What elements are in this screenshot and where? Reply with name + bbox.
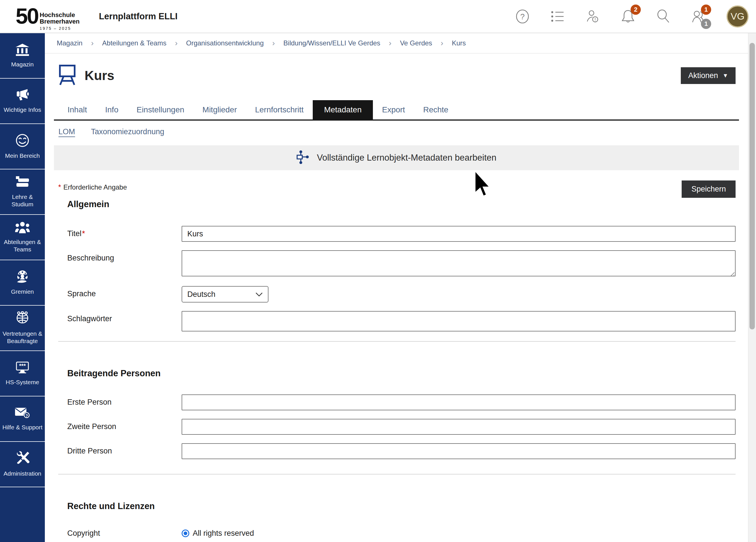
tab-einstellungen[interactable]: Einstellungen <box>127 100 193 119</box>
required-asterisk: * <box>82 229 85 238</box>
tab-rechte[interactable]: Rechte <box>414 100 457 119</box>
sidebar-item-label: Lehre & Studium <box>1 193 44 208</box>
sidebar-item-gremien[interactable]: Gremien <box>0 260 45 306</box>
smiley-icon <box>15 133 30 149</box>
section-heading-rechte: Rechte und Lizenzen <box>67 501 739 511</box>
scrollbar-thumb[interactable] <box>749 43 755 329</box>
svg-text:?: ? <box>25 413 28 418</box>
sidebar-item-vertretungen[interactable]: Vertretungen & Beauftragte <box>0 306 45 351</box>
erste-person-input[interactable] <box>182 394 736 410</box>
sidebar-item-label: HS-Systeme <box>6 379 39 386</box>
beschreibung-textarea[interactable] <box>182 250 736 276</box>
committee-icon <box>15 270 30 285</box>
field-label-dritte-person: Dritte Person <box>67 443 182 459</box>
tab-metadaten-active[interactable]: Metadaten <box>313 100 373 119</box>
dritte-person-input[interactable] <box>182 443 736 459</box>
breadcrumb-item[interactable]: Ve Gerdes <box>400 39 432 47</box>
sidebar-item-abteilungen-teams[interactable]: Abteilungen & Teams <box>0 215 45 260</box>
section-heading-allgemein: Allgemein <box>67 199 739 209</box>
sprache-selected-value: Deutsch <box>187 290 215 299</box>
breadcrumb-separator: › <box>441 39 443 48</box>
field-label-titel: Titel* <box>67 226 182 242</box>
header-icon-bar: ? ! 2 1 1 VG <box>515 5 749 28</box>
sidebar-item-label: Vertretungen & Beauftragte <box>1 330 44 345</box>
form-row-zweite-person: Zweite Person <box>67 419 739 435</box>
field-label-sprache: Sprache <box>67 286 182 302</box>
field-label-copyright: Copyright <box>67 529 182 538</box>
todo-list-icon[interactable] <box>551 9 565 24</box>
form-row-dritte-person: Dritte Person <box>67 443 739 459</box>
breadcrumb-item[interactable]: Abteilungen & Teams <box>102 39 166 47</box>
help-icon[interactable]: ? <box>515 9 530 24</box>
sidebar-item-label: Magazin <box>11 61 33 68</box>
titel-input[interactable] <box>182 226 736 242</box>
vertical-scrollbar[interactable] <box>748 33 756 542</box>
form-row-copyright: Copyright All rights reserved <box>67 529 739 538</box>
breadcrumb-item[interactable]: Bildung/Wissen/ELLI Ve Gerdes <box>283 39 381 47</box>
field-label-schlagwoerter: Schlagwörter <box>67 311 182 331</box>
sprache-select[interactable]: Deutsch <box>182 286 268 302</box>
logo-anniversary-number: 50 <box>16 6 38 26</box>
breadcrumb-separator: › <box>272 39 275 48</box>
subtab-lom-active[interactable]: LOM <box>58 127 75 136</box>
tab-info[interactable]: Info <box>96 100 128 119</box>
user-avatar[interactable]: VG <box>726 5 749 28</box>
logo-anniversary-years: 1975 – 2025 <box>40 26 80 31</box>
save-button[interactable]: Speichern <box>682 180 736 198</box>
tab-export[interactable]: Export <box>373 100 414 119</box>
required-asterisk: * <box>58 183 61 191</box>
zweite-person-input[interactable] <box>182 419 736 435</box>
required-note: *Erforderliche Angabe <box>58 183 127 192</box>
section-divider <box>58 341 736 342</box>
sidebar-item-label: Hilfe & Support <box>2 424 42 431</box>
page-title: Kurs <box>85 68 114 83</box>
breadcrumb-item[interactable]: Organisationsentwicklung <box>186 39 264 47</box>
edit-full-metadata-banner[interactable]: Vollständige Lernobjekt-Metadaten bearbe… <box>54 145 739 170</box>
notifications-bell-icon[interactable]: 2 <box>621 9 635 24</box>
bank-icon <box>15 43 30 57</box>
breadcrumb-item-current[interactable]: Kurs <box>452 39 466 47</box>
sidebar-item-hilfe-support[interactable]: ? Hilfe & Support <box>0 396 45 442</box>
university-logo[interactable]: 50 Hochschule Bremerhaven 1975 – 2025 <box>16 2 79 31</box>
sidebar-item-label: Mein Bereich <box>5 152 40 159</box>
monitor-icon: *** <box>15 361 30 375</box>
schlagwoerter-input[interactable] <box>182 311 736 331</box>
books-icon <box>15 176 30 190</box>
breadcrumb: Magazin › Abteilungen & Teams › Organisa… <box>45 33 748 54</box>
copyright-radio-selected[interactable] <box>182 530 189 537</box>
breadcrumb-item[interactable]: Magazin <box>57 39 83 47</box>
logo-name-line2: Bremerhaven <box>40 18 80 25</box>
sidebar-item-wichtige-infos[interactable]: Wichtige Infos <box>0 79 45 124</box>
field-label-beschreibung: Beschreibung <box>67 250 182 278</box>
mail-question-icon: ? <box>14 407 30 420</box>
form-row-schlagwoerter: Schlagwörter <box>67 311 739 331</box>
online-users-icon[interactable]: 1 1 <box>691 9 705 24</box>
subtab-taxonomiezuordnung[interactable]: Taxonomiezuordnung <box>91 127 164 136</box>
form-row-sprache: Sprache Deutsch <box>67 286 739 302</box>
sidebar-spacer <box>0 487 45 542</box>
sidebar-item-magazin[interactable]: Magazin <box>0 33 45 79</box>
tab-inhalt[interactable]: Inhalt <box>58 100 96 119</box>
section-heading-beitragende: Beitragende Personen <box>67 368 739 379</box>
tab-lernfortschritt[interactable]: Lernfortschritt <box>246 100 313 119</box>
sidebar-item-mein-bereich[interactable]: Mein Bereich <box>0 124 45 169</box>
sidebar-item-administration[interactable]: Administration <box>0 442 45 487</box>
top-header: 50 Hochschule Bremerhaven 1975 – 2025 Le… <box>0 0 756 33</box>
search-icon[interactable] <box>656 9 670 24</box>
caret-down-icon: ▼ <box>723 72 728 79</box>
copyright-radio-label: All rights reserved <box>193 529 254 538</box>
sidebar-item-label: Wichtige Infos <box>4 106 41 114</box>
main-sidebar: Magazin Wichtige Infos Mein Bereich Lehr… <box>0 33 45 542</box>
course-easel-icon <box>58 64 76 87</box>
tab-bar: Inhalt Info Einstellungen Mitglieder Ler… <box>54 100 739 121</box>
sidebar-item-lehre-studium[interactable]: Lehre & Studium <box>0 169 45 215</box>
sidebar-item-label: Gremien <box>11 288 34 295</box>
field-label-erste-person: Erste Person <box>67 394 182 410</box>
radio-dot <box>184 532 187 535</box>
sidebar-item-hs-systeme[interactable]: *** HS-Systeme <box>0 351 45 396</box>
globe-people-icon <box>15 311 30 327</box>
user-status-icon[interactable]: ! <box>586 9 600 24</box>
metadata-node-icon <box>297 150 310 165</box>
actions-button[interactable]: Aktionen ▼ <box>681 67 736 84</box>
tab-mitglieder[interactable]: Mitglieder <box>193 100 246 119</box>
